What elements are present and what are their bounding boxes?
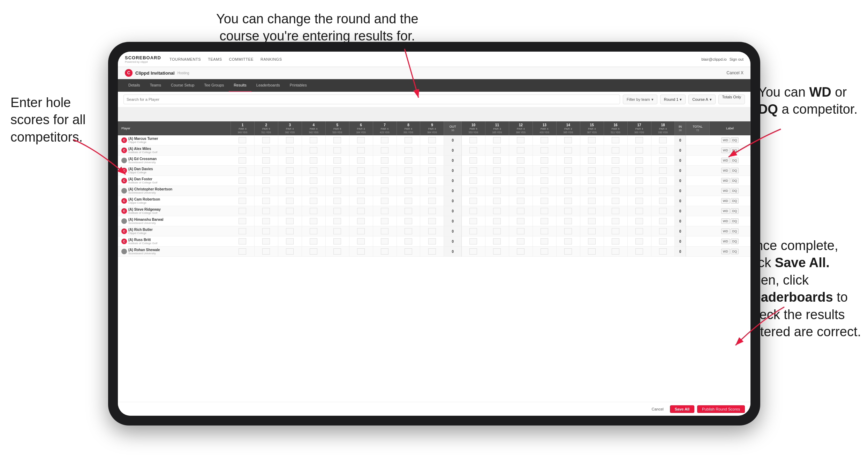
score-input-hole-17[interactable]: [635, 238, 643, 244]
score-input-hole-8[interactable]: [405, 218, 412, 224]
score-input-hole-15[interactable]: [588, 137, 596, 143]
score-input-hole-7[interactable]: [381, 137, 388, 143]
score-input-hole-5[interactable]: [333, 147, 341, 153]
nav-tournaments[interactable]: TOURNAMENTS: [169, 57, 201, 61]
score-input-hole-5[interactable]: [333, 218, 341, 224]
score-input-hole-7[interactable]: [381, 218, 388, 224]
dq-button[interactable]: DQ: [731, 158, 739, 163]
score-input-hole-14[interactable]: [564, 238, 572, 244]
score-input-hole-16[interactable]: [612, 238, 619, 244]
score-input-hole-1[interactable]: [239, 198, 246, 204]
score-input-hole-4[interactable]: [310, 137, 317, 143]
score-input-hole-1[interactable]: [239, 238, 246, 244]
score-input-hole-14[interactable]: [564, 208, 572, 214]
score-input-hole-2[interactable]: [262, 228, 270, 234]
tab-course-setup[interactable]: Course Setup: [166, 79, 199, 92]
score-input-hole-1[interactable]: [239, 248, 246, 255]
score-input-hole-5[interactable]: [333, 198, 341, 204]
dq-button[interactable]: DQ: [731, 137, 739, 143]
score-input-hole-10[interactable]: [469, 198, 477, 204]
score-input-hole-6[interactable]: [357, 218, 365, 224]
score-input-hole-6[interactable]: [357, 228, 365, 234]
score-input-hole-6[interactable]: [357, 248, 365, 255]
score-input-hole-1[interactable]: [239, 157, 246, 164]
score-input-hole-4[interactable]: [310, 228, 317, 234]
score-input-hole-14[interactable]: [564, 228, 572, 234]
score-input-hole-18[interactable]: [659, 178, 667, 184]
score-input-hole-17[interactable]: [635, 167, 643, 174]
tab-leaderboards[interactable]: Leaderboards: [251, 79, 285, 92]
score-input-hole-14[interactable]: [564, 248, 572, 255]
score-input-hole-9[interactable]: [428, 218, 436, 224]
score-input-hole-6[interactable]: [357, 157, 365, 164]
tab-tee-groups[interactable]: Tee Groups: [199, 79, 229, 92]
score-input-hole-1[interactable]: [239, 228, 246, 234]
nav-teams[interactable]: TEAMS: [208, 57, 222, 61]
score-input-hole-6[interactable]: [357, 178, 365, 184]
score-input-hole-11[interactable]: [493, 238, 501, 244]
score-input-hole-18[interactable]: [659, 188, 667, 194]
cancel-button[interactable]: Cancel X: [726, 70, 744, 75]
score-input-hole-10[interactable]: [469, 238, 477, 244]
score-input-hole-11[interactable]: [493, 208, 501, 214]
score-input-hole-13[interactable]: [541, 248, 548, 255]
dq-button[interactable]: DQ: [731, 218, 739, 224]
score-input-hole-3[interactable]: [286, 248, 294, 255]
score-input-hole-8[interactable]: [405, 198, 412, 204]
score-input-hole-10[interactable]: [469, 178, 477, 184]
score-input-hole-10[interactable]: [469, 137, 477, 143]
score-input-hole-14[interactable]: [564, 198, 572, 204]
score-input-hole-15[interactable]: [588, 178, 596, 184]
score-input-hole-6[interactable]: [357, 208, 365, 214]
score-input-hole-3[interactable]: [286, 218, 294, 224]
score-input-hole-6[interactable]: [357, 167, 365, 174]
score-input-hole-11[interactable]: [493, 157, 501, 164]
score-input-hole-13[interactable]: [541, 218, 548, 224]
score-input-hole-2[interactable]: [262, 218, 270, 224]
score-input-hole-5[interactable]: [333, 208, 341, 214]
dq-button[interactable]: DQ: [731, 208, 739, 214]
score-input-hole-17[interactable]: [635, 188, 643, 194]
score-input-hole-11[interactable]: [493, 188, 501, 194]
search-input[interactable]: [123, 95, 620, 104]
score-input-hole-14[interactable]: [564, 137, 572, 143]
score-input-hole-17[interactable]: [635, 248, 643, 255]
wd-button[interactable]: WD: [721, 228, 730, 234]
score-input-hole-14[interactable]: [564, 188, 572, 194]
score-input-hole-12[interactable]: [517, 238, 524, 244]
score-input-hole-15[interactable]: [588, 238, 596, 244]
score-input-hole-9[interactable]: [428, 137, 436, 143]
score-input-hole-7[interactable]: [381, 178, 388, 184]
score-input-hole-17[interactable]: [635, 147, 643, 153]
score-input-hole-14[interactable]: [564, 147, 572, 153]
score-input-hole-18[interactable]: [659, 228, 667, 234]
tab-teams[interactable]: Teams: [145, 79, 166, 92]
score-input-hole-4[interactable]: [310, 147, 317, 153]
score-input-hole-3[interactable]: [286, 208, 294, 214]
score-input-hole-18[interactable]: [659, 248, 667, 255]
score-input-hole-4[interactable]: [310, 238, 317, 244]
wd-button[interactable]: WD: [721, 148, 730, 153]
score-input-hole-8[interactable]: [405, 228, 412, 234]
score-input-hole-16[interactable]: [612, 218, 619, 224]
score-input-hole-17[interactable]: [635, 198, 643, 204]
score-input-hole-9[interactable]: [428, 238, 436, 244]
course-selector[interactable]: Course A ▾: [688, 95, 715, 104]
score-input-hole-15[interactable]: [588, 228, 596, 234]
score-input-hole-15[interactable]: [588, 218, 596, 224]
score-input-hole-16[interactable]: [612, 147, 619, 153]
score-input-hole-18[interactable]: [659, 208, 667, 214]
score-input-hole-11[interactable]: [493, 198, 501, 204]
score-input-hole-14[interactable]: [564, 167, 572, 174]
tab-results[interactable]: Results: [229, 79, 251, 92]
score-input-hole-9[interactable]: [428, 178, 436, 184]
score-input-hole-3[interactable]: [286, 228, 294, 234]
score-input-hole-2[interactable]: [262, 178, 270, 184]
score-input-hole-2[interactable]: [262, 208, 270, 214]
score-input-hole-13[interactable]: [541, 238, 548, 244]
score-input-hole-16[interactable]: [612, 198, 619, 204]
score-input-hole-13[interactable]: [541, 157, 548, 164]
wd-button[interactable]: WD: [721, 168, 730, 173]
score-input-hole-15[interactable]: [588, 147, 596, 153]
score-input-hole-12[interactable]: [517, 198, 524, 204]
